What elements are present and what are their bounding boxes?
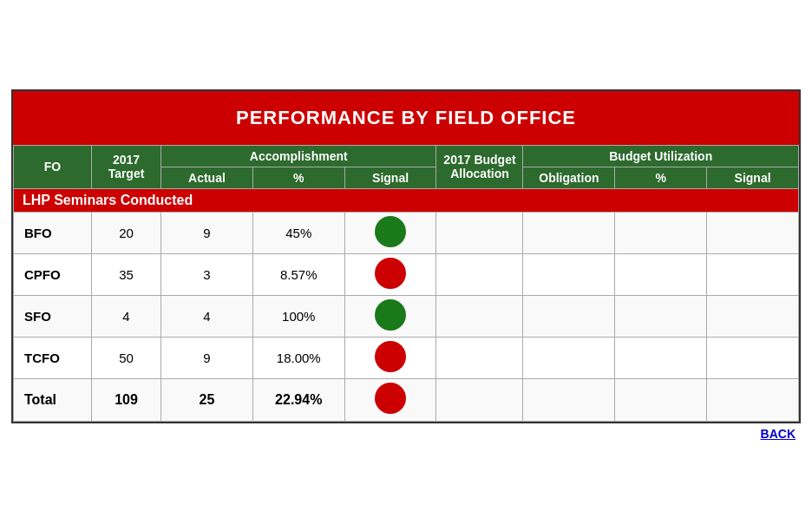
fo-label: TCFO	[14, 337, 92, 378]
percent-value: 100%	[252, 295, 344, 337]
budget-value	[436, 337, 523, 378]
performance-table: FO 2017 Target Accomplishment 2017 Budge…	[13, 145, 799, 422]
section-header-row: LHP Seminars Conducted	[14, 188, 799, 212]
fo-label-total: Total	[14, 378, 92, 421]
header-percent: %	[252, 167, 344, 188]
obligation-value	[523, 212, 615, 253]
budget-value	[436, 212, 523, 253]
signal-cell	[344, 337, 436, 378]
back-link-container: BACK	[11, 423, 801, 442]
percent-value: 18.00%	[252, 337, 344, 378]
obligation-value	[523, 337, 615, 378]
percent-value-total: 22.94%	[252, 378, 344, 421]
header-bu-percent: %	[615, 167, 707, 188]
fo-label: CPFO	[14, 253, 92, 295]
obligation-value	[523, 253, 615, 295]
bu-percent-value-total	[615, 378, 707, 421]
actual-value: 9	[161, 337, 253, 378]
header-signal: Signal	[344, 167, 436, 188]
signal-indicator	[375, 299, 406, 331]
header-budget-allocation: 2017 Budget Allocation	[436, 145, 523, 188]
main-container: PERFORMANCE BY FIELD OFFICE FO 2017 Targ…	[11, 89, 801, 423]
table-row-total: Total 109 25 22.94%	[14, 378, 799, 421]
actual-value: 3	[161, 253, 253, 295]
bu-signal-cell	[707, 253, 799, 295]
budget-value-total	[436, 378, 523, 421]
signal-indicator	[375, 216, 406, 247]
header-budget-utilization: Budget Utilization	[523, 145, 799, 167]
target-value: 4	[92, 295, 161, 337]
target-value: 35	[92, 253, 161, 295]
bu-percent-value	[615, 253, 707, 295]
fo-label: BFO	[14, 212, 92, 253]
header-target: 2017 Target	[92, 145, 161, 188]
obligation-value-total	[523, 378, 615, 421]
percent-value: 45%	[252, 212, 344, 253]
budget-value	[436, 253, 523, 295]
header-accomplishment: Accomplishment	[161, 145, 436, 167]
bu-signal-cell	[707, 212, 799, 253]
header-obligation: Obligation	[523, 167, 615, 188]
header-fo: FO	[14, 145, 92, 188]
table-row: CPFO 35 3 8.57%	[14, 253, 799, 295]
bu-percent-value	[615, 337, 707, 378]
target-value-total: 109	[92, 378, 161, 421]
signal-indicator	[375, 341, 406, 372]
table-row: TCFO 50 9 18.00%	[14, 337, 799, 378]
table-row: SFO 4 4 100%	[14, 295, 799, 337]
actual-value: 9	[161, 212, 253, 253]
budget-value	[436, 295, 523, 337]
header-actual: Actual	[161, 167, 253, 188]
target-value: 20	[92, 212, 161, 253]
obligation-value	[523, 295, 615, 337]
target-value: 50	[92, 337, 161, 378]
percent-value: 8.57%	[252, 253, 344, 295]
signal-indicator	[375, 258, 406, 289]
bu-signal-cell	[707, 337, 799, 378]
table-row: BFO 20 9 45%	[14, 212, 799, 253]
actual-value-total: 25	[161, 378, 253, 421]
signal-cell	[344, 295, 436, 337]
section-label: LHP Seminars Conducted	[14, 188, 799, 212]
bu-signal-cell-total	[707, 378, 799, 421]
bu-signal-cell	[707, 295, 799, 337]
header-bu-signal: Signal	[707, 167, 799, 188]
signal-cell-total	[344, 378, 436, 421]
page-title: PERFORMANCE BY FIELD OFFICE	[13, 91, 799, 145]
bu-percent-value	[615, 295, 707, 337]
signal-cell	[344, 212, 436, 253]
signal-indicator	[375, 383, 406, 414]
signal-cell	[344, 253, 436, 295]
fo-label: SFO	[14, 295, 92, 337]
bu-percent-value	[615, 212, 707, 253]
actual-value: 4	[161, 295, 253, 337]
back-button[interactable]: BACK	[761, 427, 796, 441]
